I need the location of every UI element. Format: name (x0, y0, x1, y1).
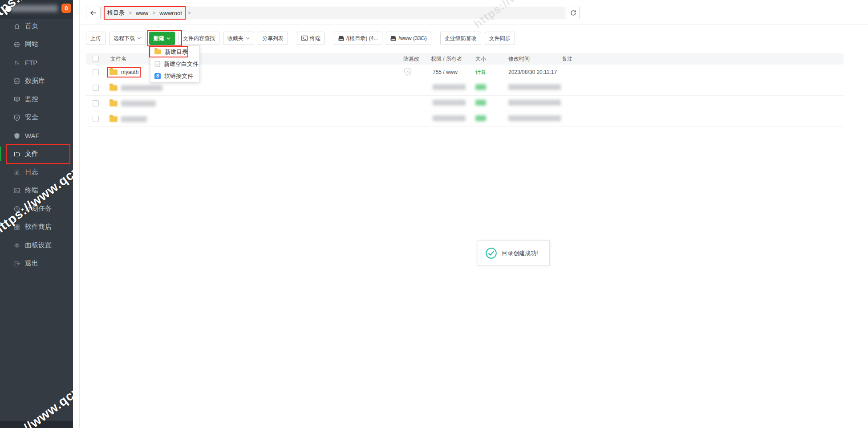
tamper-shield-icon (403, 67, 412, 76)
file-sync-button[interactable]: 文件同步 (485, 32, 515, 45)
header-note: 备注 (559, 55, 844, 63)
highlight-box-myauth: myauth (110, 69, 138, 75)
notification-badge[interactable]: 0 (61, 4, 71, 13)
tamper-proof-button[interactable]: 企业级防篡改 (440, 32, 481, 45)
favorites-button[interactable]: 收藏夹 (223, 32, 254, 45)
sidebar-item-logout[interactable]: 退出 (0, 254, 73, 273)
sidebar-item-security[interactable]: 安全 (0, 108, 73, 126)
breadcrumb-item-www[interactable]: www (136, 10, 148, 16)
row-checkbox[interactable] (93, 69, 99, 75)
sidebar-item-label: 终端 (25, 186, 38, 195)
sidebar-item-monitor[interactable]: 监控 (0, 90, 73, 108)
disk-root-label: /(根目录) (4... (346, 35, 378, 42)
grid-icon (13, 224, 20, 231)
breadcrumb-separator: > (152, 10, 155, 16)
sidebar-item-ftp[interactable]: FTP (0, 53, 73, 72)
home-icon (13, 23, 20, 30)
success-toast: 目录创建成功! (478, 240, 550, 266)
new-label: 新建 (154, 35, 164, 42)
redacted-mtime (508, 84, 561, 90)
sidebar-item-label: 首页 (25, 22, 38, 30)
breadcrumb-item-wwwroot[interactable]: wwwroot (159, 10, 182, 16)
select-all-checkbox[interactable] (93, 56, 99, 62)
table-row-redacted[interactable] (86, 80, 844, 96)
refresh-icon (570, 10, 576, 16)
folder-icon (110, 85, 118, 91)
share-list-button[interactable]: 分享列表 (258, 32, 288, 45)
menu-item-label: 新建目录 (165, 48, 188, 56)
gear-icon (13, 242, 20, 249)
calc-size-link[interactable]: 计算 (475, 69, 486, 75)
terminal-button[interactable]: 终端 (297, 32, 325, 45)
softlink-icon: 8 (154, 73, 161, 79)
terminal-icon (301, 36, 308, 41)
toolbar: 上传 远程下载 新建 新建目录 新建空白文件 8 软链接文件 (86, 32, 515, 45)
sidebar-item-home[interactable]: 首页 (0, 17, 73, 35)
sidebar-item-label: 面板设置 (25, 241, 52, 249)
ftp-transfer-icon (13, 59, 20, 66)
sidebar-item-label: FTP (25, 59, 37, 66)
folder-icon (110, 116, 118, 122)
redacted-mtime (508, 100, 561, 106)
redacted-permission (433, 84, 466, 90)
sidebar-item-label: 计划任务 (25, 204, 52, 213)
menu-item-new-blank-file[interactable]: 新建空白文件 (150, 58, 199, 70)
file-sync-label: 文件同步 (489, 35, 511, 42)
breadcrumb-item-root[interactable]: 根目录 (107, 9, 125, 17)
file-name-link[interactable]: myauth (121, 69, 138, 75)
breadcrumb-divider (80, 24, 868, 25)
row-checkbox[interactable] (93, 116, 99, 122)
sidebar-item-panel-settings[interactable]: 面板设置 (0, 236, 73, 254)
redacted-filename (121, 101, 156, 106)
sidebar-item-cron[interactable]: 计划任务 (0, 200, 73, 218)
blank-file-icon (154, 61, 160, 67)
folder-icon (13, 151, 20, 158)
content-search-button[interactable]: 文件内容查找 (178, 32, 219, 45)
sidebar-item-terminal[interactable]: 终端 (0, 181, 73, 200)
breadcrumb-highlight: 根目录 > www > wwwroot (105, 8, 184, 18)
sidebar-item-files[interactable]: 文件 (0, 145, 73, 163)
sidebar-item-label: 退出 (25, 259, 38, 268)
waf-shield-icon (13, 132, 20, 139)
sidebar-item-label: 文件 (25, 150, 38, 158)
logo-redacted (10, 5, 58, 12)
sidebar-item-logs[interactable]: 日志 (0, 163, 73, 181)
remote-download-button[interactable]: 远程下载 (109, 32, 146, 45)
menu-item-new-directory[interactable]: 新建目录 (150, 46, 199, 58)
folder-icon (110, 69, 118, 75)
content-search-label: 文件内容查找 (183, 35, 215, 42)
redacted-size (475, 100, 486, 106)
menu-item-softlink-file[interactable]: 8 软链接文件 (150, 70, 199, 82)
sidebar-item-label: 日志 (25, 168, 38, 176)
new-button[interactable]: 新建 (149, 32, 175, 45)
redacted-filename (121, 85, 162, 91)
terminal-label: 终端 (310, 35, 320, 42)
header-size: 大小 (473, 55, 506, 63)
upload-label: 上传 (90, 35, 101, 42)
permission-owner: 755 / www (428, 69, 473, 75)
sidebar-item-label: 安全 (25, 113, 38, 122)
logout-icon (13, 260, 20, 267)
breadcrumb[interactable]: 根目录 > www > wwwroot > (101, 7, 565, 19)
terminal-icon (13, 187, 20, 194)
disk-www-button[interactable]: /www (33G) (386, 32, 431, 45)
refresh-button[interactable] (567, 7, 580, 19)
sidebar-item-appstore[interactable]: 软件商店 (0, 218, 73, 236)
disk-root-button[interactable]: /(根目录) (4... (334, 32, 382, 45)
row-checkbox[interactable] (93, 85, 99, 91)
disk-icon (390, 36, 396, 41)
table-row-redacted[interactable] (86, 96, 844, 111)
table-row-redacted[interactable] (86, 111, 844, 127)
sidebar-nav: 首页 网站 FTP 数据库 监控 安全 WAF 文件 (0, 17, 73, 273)
share-list-label: 分享列表 (262, 35, 284, 42)
folder-icon (110, 101, 118, 106)
upload-button[interactable]: 上传 (86, 32, 105, 45)
sidebar-item-database[interactable]: 数据库 (0, 72, 73, 90)
clock-icon (13, 205, 20, 212)
disk-icon (338, 36, 344, 41)
sidebar-item-website[interactable]: 网站 (0, 35, 73, 53)
row-checkbox[interactable] (93, 100, 99, 106)
sidebar-item-waf[interactable]: WAF (0, 126, 73, 145)
back-button[interactable] (86, 7, 101, 19)
toast-message: 目录创建成功! (502, 249, 538, 257)
